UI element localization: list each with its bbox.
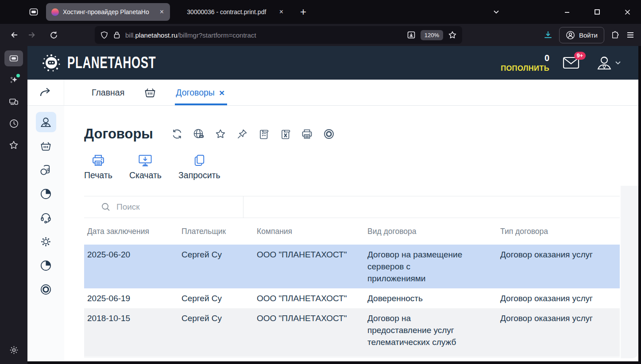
close-window-button[interactable] — [620, 5, 635, 19]
search-icon — [101, 202, 111, 212]
account-icon — [566, 31, 575, 40]
browser-toolbar: bill.planetahost.ru/billmgr?startform=co… — [0, 24, 641, 46]
mail-button[interactable]: 9+ — [563, 56, 583, 69]
tab-basket[interactable] — [144, 87, 156, 98]
tab-contracts[interactable]: Договоры × — [176, 80, 224, 105]
column-header[interactable]: Вид договора — [367, 227, 500, 236]
globe-link-icon[interactable] — [193, 128, 205, 140]
menu-hamburger-icon[interactable] — [626, 31, 635, 39]
balance-block[interactable]: 0 ПОПОЛНИТЬ — [501, 53, 549, 73]
star-icon[interactable] — [214, 128, 227, 140]
basket-icon — [144, 87, 156, 98]
export-excel-icon[interactable] — [279, 128, 292, 140]
save-page-icon[interactable] — [407, 31, 416, 39]
settings-gear-icon[interactable] — [4, 342, 23, 358]
history-clock-icon[interactable] — [4, 115, 23, 131]
tab-title: 30000036 - contract.print.pdf — [179, 8, 274, 15]
balance-value: 0 — [501, 53, 549, 64]
sidebar-item-client[interactable] — [36, 112, 56, 132]
print-icon[interactable] — [301, 128, 313, 140]
pie-chart-icon — [40, 188, 52, 200]
help-ring-icon[interactable] — [323, 128, 335, 140]
reload-icon[interactable] — [45, 27, 62, 43]
sidebar-item-reports[interactable] — [36, 255, 56, 276]
table-header-row: Дата заключения Плательщик Компания Вид … — [84, 218, 620, 245]
contracts-table: Дата заключения Плательщик Компания Вид … — [84, 196, 620, 361]
extensions-puzzle-icon[interactable] — [610, 31, 620, 40]
table-footer — [84, 357, 620, 361]
sidebar-item-help[interactable] — [36, 279, 56, 299]
tab-close-icon[interactable]: × — [219, 88, 224, 97]
table-row[interactable]: 2025-06-20 Сергей Су ООО "ПЛАНЕТАХОСТ" Д… — [84, 245, 620, 288]
topup-link[interactable]: ПОПОЛНИТЬ — [501, 64, 549, 73]
column-header[interactable]: Плательщик — [181, 227, 257, 236]
user-menu[interactable] — [596, 55, 621, 70]
planet-splat-icon — [41, 52, 62, 73]
content-area: Договоры — [64, 106, 638, 361]
app-sidebar — [27, 106, 64, 361]
new-tab-button[interactable]: + — [296, 4, 311, 19]
browser-window: Хостинг-провайдер PlanetaHo × 30000036 -… — [0, 0, 641, 364]
right-gutter — [621, 186, 638, 358]
headset-icon — [40, 212, 52, 224]
shield-icon[interactable] — [100, 31, 108, 39]
active-tab-underline — [175, 103, 227, 105]
person-icon — [40, 116, 52, 128]
copy-documents-icon — [193, 153, 206, 167]
table-row[interactable]: 2025-06-19 Сергей Су ООО "ПЛАНЕТАХОСТ" Д… — [84, 288, 620, 308]
zoom-level-badge[interactable]: 120% — [421, 30, 443, 40]
downloads-icon[interactable] — [543, 30, 553, 40]
maximize-button[interactable] — [590, 5, 605, 19]
print-button[interactable]: Печать — [84, 153, 112, 180]
coins-icon — [40, 164, 52, 176]
search-input[interactable] — [116, 202, 223, 212]
bookmarks-star-icon[interactable] — [4, 137, 23, 153]
browser-tab-pdf[interactable]: 30000036 - contract.print.pdf × — [174, 3, 290, 21]
request-button[interactable]: Запросить — [178, 153, 220, 180]
tab-close-icon[interactable]: × — [159, 8, 165, 16]
minimize-button[interactable] — [560, 5, 575, 19]
table-row[interactable]: 2018-10-15 Сергей Су ООО "ПЛАНЕТАХОСТ" Д… — [84, 308, 620, 356]
pin-icon[interactable] — [236, 128, 248, 140]
page-viewport: PLANETAHOST 0 ПОПОЛНИТЬ 9+ — [27, 46, 638, 361]
forward-icon[interactable] — [23, 27, 40, 43]
sidebar-item-support[interactable] — [36, 207, 56, 228]
url-bar[interactable]: bill.planetahost.ru/billmgr?startform=co… — [95, 26, 462, 44]
column-header[interactable]: Тип договора — [500, 227, 620, 236]
browser-sidebar — [0, 46, 27, 364]
column-header[interactable]: Компания — [257, 227, 367, 236]
login-button[interactable]: Войти — [559, 27, 604, 43]
search-box[interactable] — [84, 196, 243, 218]
tab-list-chevron-icon[interactable] — [489, 5, 504, 19]
site-favicon-icon — [51, 8, 59, 16]
expand-menu-arrow-icon[interactable] — [27, 80, 64, 105]
download-monitor-icon — [138, 153, 153, 167]
sidebar-item-statistics[interactable] — [36, 184, 56, 204]
ai-chatbot-icon[interactable] — [4, 72, 23, 88]
brand-name: PLANETAHOST — [67, 54, 156, 72]
tab-close-icon[interactable]: × — [278, 8, 284, 16]
bookmark-star-icon[interactable] — [448, 31, 457, 39]
browser-tab-active[interactable]: Хостинг-провайдер PlanetaHo × — [46, 3, 170, 21]
url-text: bill.planetahost.ru/billmgr?startform=co… — [125, 31, 256, 39]
sidebar-item-settings[interactable] — [36, 231, 56, 252]
basket-icon — [40, 140, 52, 152]
pie-chart-icon — [40, 260, 52, 272]
synced-tabs-icon[interactable] — [4, 94, 23, 110]
contract-list-icon[interactable] — [258, 128, 270, 140]
sidebar-item-products[interactable] — [36, 136, 56, 156]
brand-logo[interactable]: PLANETAHOST — [41, 52, 190, 73]
firefox-view-icon[interactable] — [25, 4, 42, 19]
gear-icon — [40, 236, 52, 248]
tab-main[interactable]: Главная — [92, 80, 124, 105]
browser-tabstrip: Хостинг-провайдер PlanetaHo × 30000036 -… — [0, 0, 641, 24]
refresh-icon[interactable] — [171, 128, 183, 140]
back-icon[interactable] — [6, 27, 23, 43]
column-header[interactable]: Дата заключения — [84, 227, 181, 236]
sidebar-item-finance[interactable] — [36, 160, 56, 180]
printer-icon — [91, 153, 105, 167]
site-header: PLANETAHOST 0 ПОПОЛНИТЬ 9+ — [27, 46, 638, 80]
user-icon — [596, 55, 612, 70]
download-button[interactable]: Скачать — [129, 153, 162, 180]
sidebar-toggle-icon[interactable] — [4, 50, 23, 66]
